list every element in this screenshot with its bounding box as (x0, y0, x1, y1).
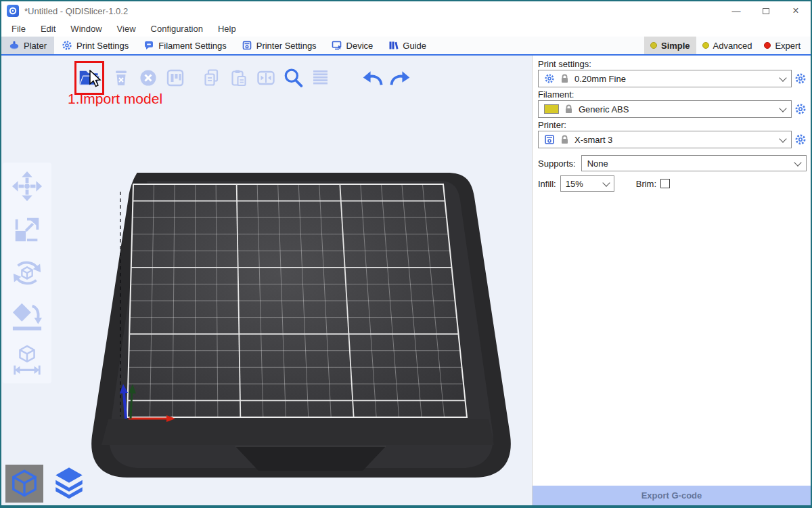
minimize-button[interactable]: — (721, 1, 751, 20)
scale-icon (12, 214, 43, 245)
menu-configuration[interactable]: Configuration (143, 20, 210, 37)
split-arrows-icon (256, 68, 275, 87)
tab-label: Guide (403, 41, 426, 51)
tab-label: Printer Settings (256, 41, 317, 51)
print-settings-value: 0.20mm Fine (574, 74, 626, 84)
paste-icon (229, 68, 248, 87)
edit-print-settings-gear-button[interactable] (794, 72, 807, 85)
infill-label: Infill: (538, 179, 556, 189)
supports-combo[interactable]: None (581, 155, 807, 171)
chevron-down-icon (779, 74, 786, 81)
menu-edit[interactable]: Edit (33, 20, 63, 37)
undo-arrow-icon (362, 68, 384, 88)
tab-label: Filament Settings (158, 41, 226, 51)
3d-viewport[interactable]: 1.Import model (1, 56, 532, 505)
move-tool-button[interactable] (11, 169, 43, 203)
print-settings-combo[interactable]: 0.20mm Fine (538, 70, 792, 87)
supports-label: Supports: (538, 158, 576, 169)
tab-printer-settings[interactable]: Printer Settings (234, 37, 324, 54)
place-on-face-icon (12, 301, 43, 332)
close-button[interactable]: × (781, 1, 811, 20)
menu-file[interactable]: File (4, 20, 33, 37)
mode-label: Expert (775, 41, 800, 51)
maximize-icon (763, 8, 769, 14)
measure-tool-button[interactable] (11, 343, 43, 377)
expert-dot-icon (764, 42, 771, 49)
gizmo-toolbar (3, 163, 51, 383)
mode-advanced[interactable]: Advanced (696, 37, 759, 54)
editor-view-button[interactable] (5, 465, 43, 503)
measure-icon (12, 344, 43, 375)
import-annotation: 1.Import model (68, 91, 162, 107)
edit-printer-gear-button[interactable] (794, 133, 807, 146)
chevron-down-icon (602, 179, 610, 186)
trash-icon (112, 68, 131, 87)
print-settings-label: Print settings: (538, 58, 807, 70)
plater-toolbar (74, 61, 415, 95)
filament-color-swatch (544, 104, 559, 114)
device-monitor-icon (332, 40, 342, 51)
rotate-icon (12, 257, 43, 289)
arrange-icon (166, 68, 185, 87)
mouse-cursor (88, 70, 104, 89)
tab-plater[interactable]: Plater (1, 37, 54, 54)
export-gcode-button[interactable]: Export G-code (533, 486, 811, 505)
copy-icon (202, 68, 221, 87)
title-bar: *Untitled - QIDISlicer-1.0.2 — × (1, 1, 811, 20)
maximize-button[interactable] (751, 1, 781, 20)
3d-editor-cube-icon (9, 468, 40, 499)
tab-device[interactable]: Device (324, 37, 381, 54)
scale-tool-button[interactable] (11, 213, 43, 247)
settings-panel: Print settings: 0.20mm Fine Filament: Ge… (532, 56, 811, 505)
delete-button[interactable] (110, 64, 133, 91)
app-logo-icon (7, 5, 19, 17)
mode-label: Simple (661, 41, 690, 51)
window-title: *Untitled - QIDISlicer-1.0.2 (24, 6, 128, 16)
edit-filament-gear-button[interactable] (794, 103, 807, 115)
tab-label: Plater (24, 41, 47, 51)
undo-button[interactable] (361, 64, 384, 91)
preview-view-button[interactable] (50, 465, 88, 503)
tab-print-settings[interactable]: Print Settings (54, 37, 136, 54)
brim-checkbox[interactable] (660, 179, 670, 188)
lock-icon (560, 135, 569, 144)
circle-x-icon (139, 68, 158, 87)
mode-simple[interactable]: Simple (644, 37, 696, 54)
printer-icon (544, 134, 555, 145)
rotate-tool-button[interactable] (11, 256, 43, 290)
chevron-down-icon (794, 158, 801, 166)
simple-dot-icon (650, 42, 657, 49)
plater-icon (9, 40, 20, 51)
layer-list-icon (311, 68, 330, 87)
tab-filament-settings[interactable]: Filament Settings (136, 37, 233, 54)
delete-all-button[interactable] (137, 64, 160, 91)
infill-value: 15% (566, 179, 583, 189)
infill-combo[interactable]: 15% (560, 175, 614, 192)
tab-guide[interactable]: Guide (380, 37, 434, 54)
menu-view[interactable]: View (110, 20, 143, 37)
printer-label: Printer: (538, 119, 807, 131)
search-button[interactable] (281, 64, 304, 91)
menu-help[interactable]: Help (210, 20, 244, 37)
variable-layer-height-button[interactable] (309, 64, 332, 91)
app-window: *Untitled - QIDISlicer-1.0.2 — × File Ed… (0, 0, 812, 508)
print-bed (81, 166, 528, 484)
preview-layers-icon (52, 467, 86, 501)
printer-combo[interactable]: X-smart 3 (538, 131, 792, 148)
supports-value: None (587, 158, 608, 169)
place-on-face-tool-button[interactable] (11, 299, 43, 333)
split-objects-button[interactable] (254, 64, 277, 91)
mode-label: Advanced (713, 41, 752, 51)
mode-expert[interactable]: Expert (758, 37, 807, 54)
redo-button[interactable] (388, 64, 411, 91)
paste-button[interactable] (227, 64, 250, 91)
copy-button[interactable] (200, 64, 223, 91)
menu-window[interactable]: Window (63, 20, 109, 37)
filament-label: Filament: (538, 89, 807, 100)
chevron-down-icon (779, 104, 786, 112)
filament-combo[interactable]: Generic ABS (538, 100, 792, 118)
tab-label: Print Settings (76, 41, 129, 51)
brim-label: Brim: (636, 179, 656, 189)
printer-value: X-smart 3 (574, 135, 612, 145)
arrange-button[interactable] (164, 64, 187, 91)
